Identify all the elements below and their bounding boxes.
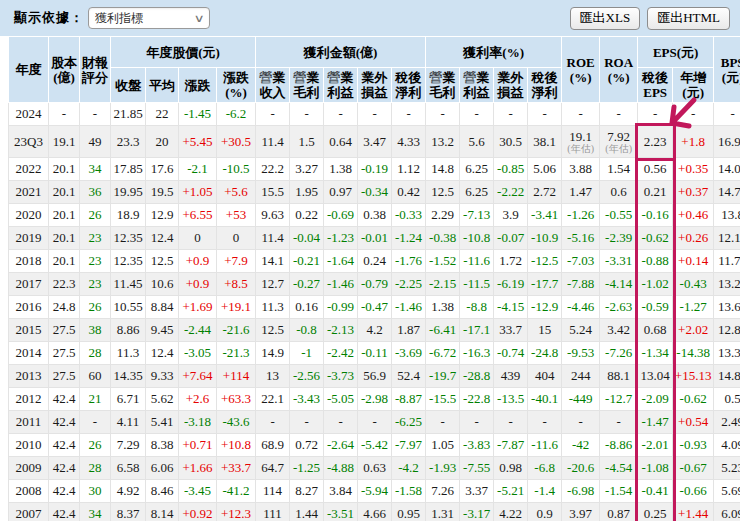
indicator-select[interactable]: 獲利指標 ∨: [88, 7, 210, 29]
table-cell: 2017: [9, 273, 49, 296]
table-cell: 52.4: [392, 365, 426, 388]
table-cell: 2.29: [426, 204, 460, 227]
table-cell: -: [714, 103, 740, 126]
table-cell: -: [324, 411, 358, 434]
table-cell: -2.1: [179, 158, 217, 181]
table-cell: 12.35: [111, 227, 146, 250]
table-cell: -4.54: [600, 457, 638, 480]
table-cell: +114: [217, 365, 256, 388]
col-roe: ROE (%): [562, 37, 600, 103]
table-cell: +0.26: [673, 227, 714, 250]
table-cell: 14.8: [426, 158, 460, 181]
table-row: 201624.82610.558.84+1.69+19.111.30.16-0.…: [9, 296, 740, 319]
col-gross-margin: 營業 毛利: [426, 68, 460, 103]
table-cell: 3.88: [562, 158, 600, 181]
table-cell: -17.1: [460, 319, 494, 342]
table-cell: 2.49: [714, 411, 740, 434]
table-cell: -4.88: [324, 457, 358, 480]
table-cell: -3.31: [600, 250, 638, 273]
table-cell: 2024: [9, 103, 49, 126]
col-operating-income: 營業 利益: [324, 68, 358, 103]
table-cell: 5.69: [714, 480, 740, 503]
table-cell: +0.37: [673, 181, 714, 204]
table-cell: 12.7: [256, 273, 290, 296]
table-cell: 13.2: [426, 126, 460, 158]
table-cell: 2008: [9, 480, 49, 503]
table-cell: -5.94: [358, 480, 392, 503]
col-roa: ROA (%): [600, 37, 638, 103]
table-cell: -0.66: [673, 480, 714, 503]
table-cell: 0.6: [600, 181, 638, 204]
table-cell: -6.19: [494, 273, 528, 296]
table-cell: 14.9: [256, 342, 290, 365]
table-cell: 6.25: [460, 158, 494, 181]
col-score: 財報 評分: [80, 37, 111, 103]
table-cell: -8.86: [600, 434, 638, 457]
table-cell: +15.13: [673, 365, 714, 388]
table-cell: -449: [562, 388, 600, 411]
table-cell: -12.9: [528, 296, 562, 319]
table-cell: -5.42: [358, 434, 392, 457]
table-cell: +53: [217, 204, 256, 227]
table-cell: -0.41: [638, 480, 673, 503]
table-cell: 0.98: [494, 457, 528, 480]
table-cell: -1.46: [324, 273, 358, 296]
table-cell: -7.26: [600, 342, 638, 365]
table-cell: -21.3: [217, 342, 256, 365]
table-cell: 42.4: [49, 503, 80, 521]
table-cell: 11.79: [714, 250, 740, 273]
table-cell: 20: [146, 126, 179, 158]
table-cell: 8.38: [146, 434, 179, 457]
table-cell: 8.37: [111, 503, 146, 521]
table-cell: 1.72: [494, 250, 528, 273]
table-cell: 4.33: [392, 126, 426, 158]
table-cell: 0.24: [358, 250, 392, 273]
table-cell: 8.46: [146, 480, 179, 503]
table-cell: -: [494, 103, 528, 126]
table-cell: -1.4: [528, 480, 562, 503]
table-cell: 2016: [9, 296, 49, 319]
table-cell: 4.09: [714, 434, 740, 457]
table-cell: 12.9: [146, 204, 179, 227]
table-cell: 0.42: [392, 181, 426, 204]
col-nonop-income: 業外 損益: [358, 68, 392, 103]
table-cell: -3.18: [179, 411, 217, 434]
table-row: 200742.4348.378.14+0.92+12.31111.44-3.51…: [9, 503, 740, 521]
col-net-margin: 稅後 淨利: [528, 68, 562, 103]
table-cell: 1.05: [426, 434, 460, 457]
export-xls-button[interactable]: 匯出XLS: [570, 7, 641, 30]
table-cell: 7.92(年估): [600, 126, 638, 158]
table-cell: -: [426, 411, 460, 434]
table-cell: 49: [80, 126, 111, 158]
export-html-button[interactable]: 匯出HTML: [647, 7, 730, 30]
col-eps-yoy: 年增 (元): [673, 68, 714, 103]
table-cell: +12.3: [217, 503, 256, 521]
table-cell: -20.6: [562, 457, 600, 480]
table-cell: 2019: [9, 227, 49, 250]
table-cell: -2.13: [324, 319, 358, 342]
table-cell: -3.51: [324, 503, 358, 521]
table-cell: 21: [80, 388, 111, 411]
table-cell: 20.1: [49, 204, 80, 227]
table-cell: -0.79: [358, 273, 392, 296]
table-cell: -2.22: [494, 181, 528, 204]
table-cell: +0.9: [179, 273, 217, 296]
table-cell: -6.41: [426, 319, 460, 342]
table-cell: 3.47: [358, 126, 392, 158]
table-cell: 22.3: [49, 273, 80, 296]
table-cell: -0.62: [673, 388, 714, 411]
table-cell: -0.8: [290, 319, 324, 342]
table-cell: -: [256, 103, 290, 126]
table-cell: 1.44: [290, 503, 324, 521]
table-cell: 0: [217, 227, 256, 250]
table-row: 201327.56014.359.33+7.64+11413-2.56-3.73…: [9, 365, 740, 388]
table-cell: 2013: [9, 365, 49, 388]
table-cell: 14.85: [714, 365, 740, 388]
table-cell: +0.9: [179, 250, 217, 273]
table-cell: 26: [80, 204, 111, 227]
table-cell: +0.54: [673, 411, 714, 434]
table-cell: -0.85: [494, 158, 528, 181]
table-cell: +10.8: [217, 434, 256, 457]
table-cell: 36: [80, 181, 111, 204]
table-cell: -7.97: [392, 434, 426, 457]
